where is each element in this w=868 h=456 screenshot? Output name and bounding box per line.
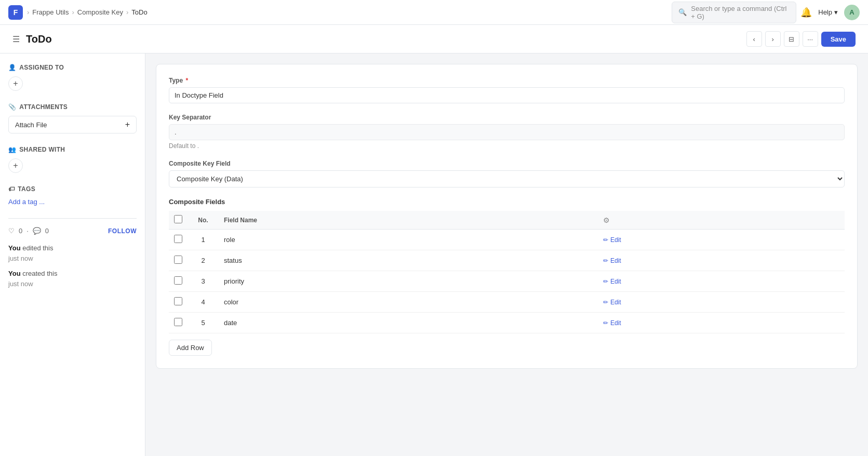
- sidebar: 👤 Assigned To + 📎 Attachments Attach Fil…: [0, 53, 145, 456]
- select-all-checkbox[interactable]: [174, 215, 182, 223]
- form-card: Type * Key Separator Default to . Compos…: [156, 64, 858, 369]
- key-separator-input[interactable]: [169, 124, 845, 140]
- th-actions: ⚙: [598, 211, 845, 230]
- row-checkbox-0[interactable]: [174, 235, 182, 243]
- row-checkbox-4[interactable]: [174, 318, 182, 326]
- prev-button[interactable]: ‹: [746, 31, 762, 47]
- td-field-name-4: date: [219, 313, 598, 333]
- search-icon: 🔍: [678, 8, 687, 16]
- search-bar[interactable]: 🔍 Search or type a command (Ctrl + G): [672, 2, 796, 23]
- td-field-name-1: status: [219, 250, 598, 271]
- pencil-icon-0: ✏: [603, 236, 608, 244]
- pencil-icon-1: ✏: [603, 257, 608, 264]
- breadcrumb-sep3: ›: [126, 8, 128, 16]
- edit-button-3[interactable]: ✏ Edit: [603, 299, 621, 306]
- activity-action-2: created this: [22, 270, 57, 277]
- add-shared-with-button[interactable]: +: [8, 158, 23, 173]
- print-button[interactable]: ⊟: [784, 31, 799, 47]
- breadcrumb-sep2: ›: [72, 8, 74, 16]
- composite-key-field-label: Composite Key Field: [169, 160, 845, 167]
- td-actions-0: ✏ Edit: [598, 230, 845, 250]
- logo[interactable]: F: [8, 5, 23, 20]
- more-button[interactable]: ···: [803, 31, 818, 47]
- search-placeholder-text: Search or type a command (Ctrl + G): [691, 5, 790, 20]
- composite-key-field-select[interactable]: Composite Key (Data): [169, 170, 845, 187]
- topnav-actions: 🔔 Help ▾ A: [800, 5, 860, 20]
- add-tag-link[interactable]: Add a tag ...: [8, 198, 45, 206]
- table-gear-button[interactable]: ⚙: [603, 216, 610, 224]
- td-actions-1: ✏ Edit: [598, 250, 845, 271]
- attachments-title: 📎 Attachments: [8, 103, 137, 111]
- td-field-name-2: priority: [219, 271, 598, 292]
- breadcrumb-sep1: ›: [27, 8, 29, 16]
- composite-fields-section: Composite Fields No. Field Name ⚙: [169, 198, 845, 356]
- key-separator-label: Key Separator: [169, 114, 845, 121]
- td-no-2: 3: [188, 271, 219, 292]
- edit-button-0[interactable]: ✏ Edit: [603, 236, 621, 244]
- td-no-0: 1: [188, 230, 219, 250]
- table-header-row: No. Field Name ⚙: [169, 211, 845, 230]
- breadcrumb: › Frappe Utils › Composite Key › ToDo: [27, 8, 148, 16]
- th-no: No.: [188, 211, 219, 230]
- td-actions-3: ✏ Edit: [598, 292, 845, 313]
- table-row: 3 priority ✏ Edit: [169, 271, 845, 292]
- type-input[interactable]: [169, 87, 845, 103]
- th-checkbox: [169, 211, 188, 230]
- follow-button[interactable]: FOLLOW: [108, 227, 137, 235]
- topnav: F › Frappe Utils › Composite Key › ToDo …: [0, 0, 868, 25]
- activity-item-1: You edited this just now: [8, 243, 137, 263]
- chevron-down-icon: ▾: [834, 8, 838, 16]
- row-checkbox-3[interactable]: [174, 297, 182, 305]
- comment-icon: 💬: [33, 227, 41, 235]
- activity-actor-1: You: [8, 244, 21, 252]
- tags-section: 🏷 Tags Add a tag ...: [8, 185, 137, 206]
- form-area: Type * Key Separator Default to . Compos…: [145, 53, 868, 456]
- shared-with-section: 👥 Shared With +: [8, 146, 137, 173]
- next-button[interactable]: ›: [765, 31, 781, 47]
- activity-item-2: You created this just now: [8, 269, 137, 289]
- add-row-button[interactable]: Add Row: [169, 340, 212, 356]
- help-button[interactable]: Help ▾: [818, 8, 838, 16]
- page-title: ToDo: [26, 33, 52, 45]
- td-no-1: 2: [188, 250, 219, 271]
- activity-actor-2: You: [8, 270, 21, 277]
- paperclip-icon: 📎: [8, 103, 16, 111]
- edit-button-2[interactable]: ✏ Edit: [603, 278, 621, 285]
- row-checkbox-2[interactable]: [174, 276, 182, 285]
- required-star: *: [185, 77, 188, 84]
- tags-title: 🏷 Tags: [8, 185, 137, 193]
- notification-bell-button[interactable]: 🔔: [800, 7, 812, 18]
- table-row: 5 date ✏ Edit: [169, 313, 845, 333]
- dot-sep: ·: [26, 227, 29, 235]
- td-checkbox-1: [169, 250, 188, 271]
- activity-time-1: just now: [8, 254, 33, 262]
- td-no-4: 5: [188, 313, 219, 333]
- row-checkbox-1[interactable]: [174, 256, 182, 264]
- th-field-name: Field Name: [219, 211, 598, 230]
- attachments-section: 📎 Attachments Attach File +: [8, 103, 137, 133]
- td-actions-2: ✏ Edit: [598, 271, 845, 292]
- td-field-name-0: role: [219, 230, 598, 250]
- attach-plus-icon: +: [125, 120, 130, 129]
- type-field-group: Type *: [169, 77, 845, 103]
- avatar[interactable]: A: [844, 5, 860, 20]
- td-actions-4: ✏ Edit: [598, 313, 845, 333]
- td-checkbox-0: [169, 230, 188, 250]
- breadcrumb-frappe-utils[interactable]: Frappe Utils: [32, 8, 69, 16]
- td-checkbox-3: [169, 292, 188, 313]
- hamburger-icon[interactable]: ☰: [12, 34, 20, 44]
- pencil-icon-4: ✏: [603, 319, 608, 327]
- td-no-3: 4: [188, 292, 219, 313]
- assigned-to-title: 👤 Assigned To: [8, 64, 137, 71]
- pencil-icon-3: ✏: [603, 299, 608, 306]
- pencil-icon-2: ✏: [603, 278, 608, 285]
- table-row: 1 role ✏ Edit: [169, 230, 845, 250]
- add-assigned-to-button[interactable]: +: [8, 76, 23, 91]
- attach-file-button[interactable]: Attach File +: [8, 116, 137, 133]
- save-button[interactable]: Save: [821, 32, 856, 47]
- breadcrumb-composite-key[interactable]: Composite Key: [77, 8, 123, 16]
- edit-button-4[interactable]: ✏ Edit: [603, 319, 621, 327]
- page-header: ☰ ToDo ‹ › ⊟ ··· Save: [0, 25, 868, 53]
- edit-button-1[interactable]: ✏ Edit: [603, 257, 621, 264]
- shared-with-title: 👥 Shared With: [8, 146, 137, 153]
